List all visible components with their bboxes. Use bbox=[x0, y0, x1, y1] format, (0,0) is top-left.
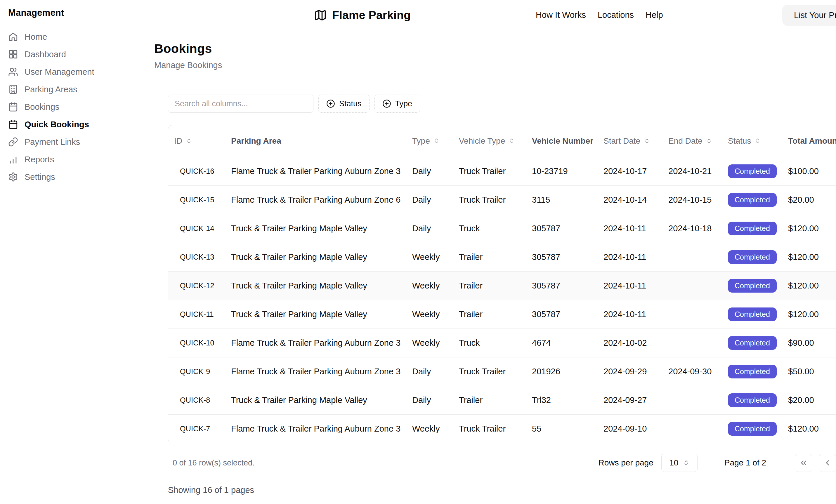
sidebar-item-payment-links[interactable]: Payment Links bbox=[8, 133, 137, 151]
sidebar-item-label: Parking Areas bbox=[24, 85, 77, 94]
cell-id: QUICK-15 bbox=[168, 186, 225, 214]
cell-parking-area: Flame Truck & Trailer Parking Auburn Zon… bbox=[225, 329, 406, 357]
table-row[interactable]: QUICK-16Flame Truck & Trailer Parking Au… bbox=[168, 157, 836, 186]
cell-total: $50.00 bbox=[782, 357, 836, 386]
brand-name: Flame Parking bbox=[332, 9, 411, 22]
sort-button-end-date[interactable]: End Date bbox=[668, 136, 712, 146]
table-row[interactable]: QUICK-13Truck & Trailer Parking Maple Va… bbox=[168, 243, 836, 271]
sidebar-item-parking-areas[interactable]: Parking Areas bbox=[8, 81, 137, 98]
users-icon bbox=[8, 67, 18, 77]
chevrons-up-down-icon bbox=[755, 138, 761, 144]
list-your-property-button[interactable]: List Your Pr bbox=[782, 5, 836, 26]
sidebar-item-reports[interactable]: Reports bbox=[8, 151, 137, 168]
column-header-start-date: Start Date bbox=[597, 125, 663, 157]
column-label: Status bbox=[728, 136, 751, 146]
table-row[interactable]: QUICK-12Truck & Trailer Parking Maple Va… bbox=[168, 271, 836, 300]
cell-type: Daily bbox=[406, 357, 453, 386]
sidebar-item-label: Payment Links bbox=[24, 137, 80, 147]
cell-id: QUICK-10 bbox=[168, 329, 225, 357]
sidebar: Management HomeDashboardUser ManagementP… bbox=[0, 0, 144, 504]
cell-total: $120.00 bbox=[782, 214, 836, 243]
column-label: Type bbox=[412, 136, 430, 146]
table-row[interactable]: QUICK-8Truck & Trailer Parking Maple Val… bbox=[168, 386, 836, 414]
chevrons-up-down-icon bbox=[186, 138, 192, 144]
sort-button-vehicle-type[interactable]: Vehicle Type bbox=[459, 136, 515, 146]
gear-icon bbox=[8, 172, 18, 182]
sort-button-status[interactable]: Status bbox=[728, 136, 761, 146]
dashboard-icon bbox=[8, 50, 18, 59]
sidebar-item-user-management[interactable]: User Management bbox=[8, 63, 137, 81]
cell-start-date: 2024-09-29 bbox=[597, 357, 663, 386]
cell-end-date: 2024-10-18 bbox=[663, 214, 722, 243]
chevrons-up-down-icon bbox=[509, 138, 515, 144]
cell-end-date bbox=[663, 414, 722, 443]
cell-start-date: 2024-10-11 bbox=[597, 243, 663, 271]
building-icon bbox=[8, 84, 18, 94]
table-row[interactable]: QUICK-7Flame Truck & Trailer Parking Aub… bbox=[168, 414, 836, 443]
type-filter-button[interactable]: Type bbox=[375, 95, 420, 113]
nav-link-how-it-works[interactable]: How It Works bbox=[536, 10, 586, 20]
sort-button-id[interactable]: ID bbox=[174, 136, 192, 146]
sidebar-item-settings[interactable]: Settings bbox=[8, 168, 137, 186]
sidebar-item-label: Home bbox=[24, 32, 47, 42]
cell-id: QUICK-7 bbox=[168, 414, 225, 443]
table-footer: 0 of 16 row(s) selected. Rows per page 1… bbox=[168, 454, 836, 472]
sort-button-start-date[interactable]: Start Date bbox=[604, 136, 650, 146]
sidebar-item-home[interactable]: Home bbox=[8, 28, 137, 45]
cell-type: Daily bbox=[406, 214, 453, 243]
sort-button-type[interactable]: Type bbox=[412, 136, 440, 146]
sidebar-item-bookings[interactable]: Bookings bbox=[8, 98, 137, 116]
main-area: Flame Parking How It WorksLocationsHelp … bbox=[144, 0, 836, 504]
column-header-end-date: End Date bbox=[663, 125, 722, 157]
rows-per-page-select[interactable]: 10 bbox=[661, 454, 698, 472]
top-nav: How It WorksLocationsHelp bbox=[536, 0, 663, 30]
status-filter-label: Status bbox=[339, 99, 362, 108]
column-header-parking-area: Parking Area bbox=[225, 125, 406, 157]
cell-id: QUICK-14 bbox=[168, 214, 225, 243]
cell-vehicle-type: Truck Trailer bbox=[453, 186, 526, 214]
table-row[interactable]: QUICK-14Truck & Trailer Parking Maple Va… bbox=[168, 214, 836, 243]
cell-status: Completed bbox=[722, 243, 782, 271]
rows-per-page-value: 10 bbox=[669, 458, 678, 467]
cell-vehicle-type: Trailer bbox=[453, 300, 526, 329]
cell-parking-area: Truck & Trailer Parking Maple Valley bbox=[225, 300, 406, 329]
table-row[interactable]: QUICK-9Flame Truck & Trailer Parking Aub… bbox=[168, 357, 836, 386]
status-badge: Completed bbox=[728, 393, 777, 407]
table-row[interactable]: QUICK-10Flame Truck & Trailer Parking Au… bbox=[168, 329, 836, 357]
status-badge: Completed bbox=[728, 279, 777, 293]
chevrons-up-down-icon bbox=[434, 138, 440, 144]
cell-vehicle-type: Trailer bbox=[453, 386, 526, 414]
cell-end-date bbox=[663, 329, 722, 357]
search-input[interactable] bbox=[168, 95, 314, 113]
column-label: Parking Area bbox=[231, 136, 281, 146]
cell-type: Weekly bbox=[406, 329, 453, 357]
previous-page-button[interactable] bbox=[819, 454, 836, 472]
cell-parking-area: Flame Truck & Trailer Parking Auburn Zon… bbox=[225, 357, 406, 386]
first-page-button[interactable] bbox=[795, 454, 812, 472]
nav-link-locations[interactable]: Locations bbox=[597, 10, 634, 20]
status-filter-button[interactable]: Status bbox=[318, 95, 369, 113]
cell-status: Completed bbox=[722, 186, 782, 214]
column-label: Total Amount bbox=[788, 136, 836, 146]
cell-status: Completed bbox=[722, 300, 782, 329]
sidebar-nav: HomeDashboardUser ManagementParking Area… bbox=[8, 28, 137, 186]
cell-total: $100.00 bbox=[782, 157, 836, 186]
status-badge: Completed bbox=[728, 193, 777, 207]
cell-vehicle-type: Truck Trailer bbox=[453, 157, 526, 186]
cell-start-date: 2024-09-10 bbox=[597, 414, 663, 443]
cell-vehicle-type: Truck Trailer bbox=[453, 357, 526, 386]
cell-total: $20.00 bbox=[782, 386, 836, 414]
column-label: Vehicle Type bbox=[459, 136, 505, 146]
sidebar-item-label: Dashboard bbox=[24, 50, 66, 59]
nav-link-help[interactable]: Help bbox=[646, 10, 663, 20]
rows-per-page-label: Rows per page bbox=[598, 458, 653, 467]
sidebar-item-quick-bookings[interactable]: Quick Bookings bbox=[8, 116, 137, 133]
page-subtitle: Manage Bookings bbox=[154, 60, 836, 70]
status-badge: Completed bbox=[728, 221, 777, 235]
status-badge: Completed bbox=[728, 422, 777, 436]
table-row[interactable]: QUICK-15Flame Truck & Trailer Parking Au… bbox=[168, 186, 836, 214]
table-row[interactable]: QUICK-11Truck & Trailer Parking Maple Va… bbox=[168, 300, 836, 329]
cell-parking-area: Truck & Trailer Parking Maple Valley bbox=[225, 214, 406, 243]
sidebar-item-dashboard[interactable]: Dashboard bbox=[8, 45, 137, 63]
cell-end-date: 2024-09-30 bbox=[663, 357, 722, 386]
